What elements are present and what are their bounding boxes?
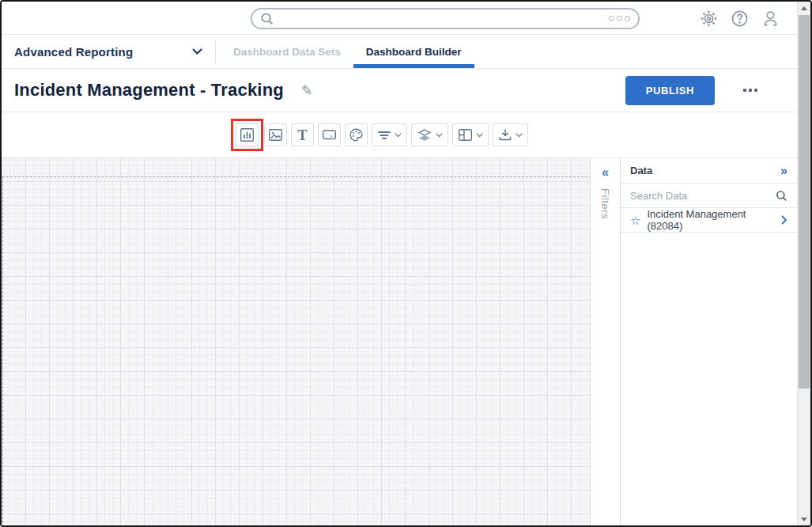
user-icon[interactable]	[761, 9, 780, 28]
title-actions: PUBLISH	[625, 76, 784, 105]
navbar: Advanced Reporting Dashboard Data Sets D…	[2, 35, 797, 69]
filter-icon	[377, 130, 391, 141]
tab-bar: Dashboard Data Sets Dashboard Builder	[221, 35, 474, 68]
search-icon[interactable]	[776, 190, 787, 202]
data-panel-title: Data	[630, 165, 652, 176]
workspace: « Filters Data » ☆	[2, 157, 797, 525]
data-panel-header: Data »	[621, 158, 797, 184]
page-title: Incident Management - Tracking	[14, 80, 284, 100]
app-window: Advanced Reporting Dashboard Data Sets D…	[0, 0, 812, 527]
tab-dashboard-data-sets[interactable]: Dashboard Data Sets	[221, 35, 353, 68]
chart-button[interactable]	[236, 123, 259, 146]
scroll-up-icon[interactable]	[798, 2, 810, 14]
dashboard-canvas[interactable]	[2, 157, 591, 525]
module-dropdown[interactable]: Advanced Reporting	[2, 35, 215, 68]
nav-divider	[215, 40, 216, 63]
layers-icon	[417, 128, 432, 142]
topbar	[2, 2, 797, 35]
export-button[interactable]	[493, 123, 528, 146]
chevron-down-icon	[395, 133, 402, 138]
callout-button[interactable]	[318, 123, 341, 146]
download-icon	[498, 128, 512, 142]
layout-columns-icon	[458, 128, 473, 142]
chevron-double-right-icon[interactable]: »	[780, 165, 787, 177]
module-label: Advanced Reporting	[14, 45, 133, 59]
callout-icon	[322, 127, 337, 142]
data-panel: Data » ☆ Incident Management (82084)	[620, 157, 797, 525]
help-icon[interactable]	[731, 9, 749, 28]
bar-chart-icon	[240, 127, 255, 142]
palette-button[interactable]	[345, 123, 368, 146]
filters-panel-label[interactable]: Filters	[599, 188, 611, 219]
edit-pencil-icon[interactable]: ✎	[301, 82, 312, 99]
canvas-page-guide	[2, 176, 591, 525]
layout-button[interactable]	[452, 123, 489, 146]
text-button[interactable]: T	[291, 123, 314, 146]
palette-icon	[349, 127, 364, 142]
global-search-input[interactable]	[274, 13, 609, 25]
data-search-row	[621, 184, 797, 208]
filter-button[interactable]	[372, 123, 407, 146]
scroll-down-icon[interactable]	[798, 513, 810, 525]
vertical-scrollbar[interactable]	[797, 2, 810, 525]
chevron-down-icon	[476, 133, 483, 138]
image-button[interactable]	[264, 123, 287, 146]
topbar-icons	[700, 2, 780, 35]
widget-toolbar: T	[2, 112, 797, 157]
global-search[interactable]	[251, 8, 640, 29]
data-source-label: Incident Management (82084)	[647, 208, 781, 232]
scrollbar-thumb[interactable]	[799, 15, 810, 389]
chevron-double-left-icon[interactable]: «	[602, 166, 609, 179]
chevron-right-icon[interactable]	[781, 215, 787, 225]
search-icon	[260, 12, 274, 26]
star-icon[interactable]: ☆	[630, 214, 640, 226]
chevron-down-icon	[436, 133, 443, 138]
more-options-icon[interactable]	[609, 16, 630, 21]
data-source-item[interactable]: ☆ Incident Management (82084)	[621, 208, 797, 233]
text-icon: T	[297, 128, 307, 142]
filters-panel-collapsed: « Filters	[591, 157, 620, 525]
image-icon	[268, 127, 283, 142]
more-actions-icon[interactable]	[742, 84, 759, 97]
red-highlight-box	[231, 119, 263, 151]
settings-icon[interactable]	[700, 9, 718, 28]
publish-button[interactable]: PUBLISH	[625, 76, 715, 105]
layers-button[interactable]	[411, 123, 448, 146]
chevron-down-icon	[516, 133, 523, 138]
chevron-down-icon	[192, 48, 202, 55]
app-content: Advanced Reporting Dashboard Data Sets D…	[2, 2, 797, 525]
tab-dashboard-builder[interactable]: Dashboard Builder	[353, 35, 474, 68]
title-row: Incident Management - Tracking ✎ PUBLISH	[2, 69, 797, 112]
data-search-input[interactable]	[630, 190, 776, 202]
